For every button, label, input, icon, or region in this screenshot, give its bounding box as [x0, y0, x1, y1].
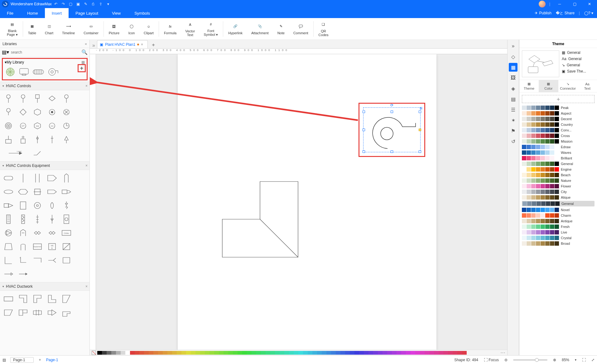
- rail-shuffle-icon[interactable]: ✶: [509, 116, 518, 125]
- undo-icon[interactable]: ↶: [54, 2, 58, 6]
- add-tab-button[interactable]: ＋: [151, 42, 156, 48]
- scheme-antique[interactable]: Antique: [522, 219, 595, 223]
- lshape-drawing[interactable]: [222, 181, 299, 259]
- shape[interactable]: [31, 147, 44, 159]
- shape[interactable]: [17, 306, 30, 319]
- shape[interactable]: [60, 213, 73, 225]
- section-hvac-controls[interactable]: ▾HVAC Controls×: [0, 82, 89, 90]
- scheme-crystal[interactable]: Crystal: [522, 236, 595, 240]
- menu-page-layout[interactable]: Page Layout: [69, 8, 105, 18]
- minimize-button[interactable]: ─: [554, 0, 565, 8]
- color-swatch[interactable]: [392, 351, 397, 355]
- color-swatch[interactable]: [270, 351, 275, 355]
- mylib-shape-coil[interactable]: [33, 69, 44, 75]
- mylib-shape-blower[interactable]: [48, 68, 59, 76]
- ribbon-comment[interactable]: 💬Comment: [289, 20, 313, 38]
- scheme-fresh[interactable]: Fresh: [522, 225, 595, 229]
- color-swatch[interactable]: [294, 351, 298, 355]
- color-swatch[interactable]: [401, 351, 406, 355]
- color-swatch[interactable]: [298, 351, 303, 355]
- color-swatch[interactable]: [415, 351, 420, 355]
- color-swatch[interactable]: [331, 351, 336, 355]
- subtab-connector[interactable]: ↘Connector: [558, 80, 578, 92]
- shape[interactable]: [75, 172, 88, 184]
- scheme-waves[interactable]: Waves: [522, 150, 595, 155]
- zoom-out-button[interactable]: ⊖: [504, 358, 508, 362]
- color-swatch[interactable]: [439, 351, 443, 355]
- shape[interactable]: [17, 213, 30, 225]
- shape[interactable]: [75, 213, 88, 225]
- quick-general-2[interactable]: AaGeneral: [562, 57, 595, 61]
- ribbon-icon[interactable]: ◯Icon: [124, 20, 139, 38]
- shape[interactable]: [17, 106, 30, 118]
- shape[interactable]: [75, 254, 88, 267]
- shape[interactable]: [60, 186, 73, 198]
- scheme-novel[interactable]: Novel: [522, 208, 595, 212]
- color-swatch[interactable]: [139, 351, 144, 355]
- color-swatch[interactable]: [284, 351, 289, 355]
- scheme-atique[interactable]: Atique: [522, 195, 595, 200]
- color-swatch[interactable]: [340, 351, 345, 355]
- ribbon-chart[interactable]: ◫Chart: [41, 20, 58, 38]
- color-swatch[interactable]: [177, 351, 181, 355]
- menu-insert[interactable]: Insert: [45, 8, 69, 18]
- add-scheme-button[interactable]: ＋: [522, 95, 595, 103]
- ribbon-attachment[interactable]: 📎Attachment: [247, 20, 273, 38]
- shape[interactable]: [60, 199, 73, 212]
- shape[interactable]: [17, 172, 30, 184]
- shape[interactable]: [31, 227, 44, 239]
- ribbon-table[interactable]: ▦Table: [24, 20, 41, 38]
- shape[interactable]: [60, 306, 73, 319]
- shape[interactable]: [31, 186, 44, 198]
- color-swatch[interactable]: [247, 351, 252, 355]
- user-avatar[interactable]: [539, 1, 546, 7]
- subtab-theme[interactable]: ▦Theme: [519, 80, 539, 92]
- shape[interactable]: [75, 92, 88, 105]
- color-swatch[interactable]: [158, 351, 163, 355]
- ribbon-font-symbol[interactable]: #Font Symbol ▾: [199, 20, 222, 38]
- shape[interactable]: [46, 199, 59, 212]
- ribbon-note[interactable]: ✎Note: [273, 20, 289, 38]
- shape[interactable]: [17, 227, 30, 239]
- color-swatch[interactable]: [172, 351, 177, 355]
- color-swatch[interactable]: [121, 351, 125, 355]
- quick-general-3[interactable]: ↘General: [562, 63, 595, 67]
- shape[interactable]: [17, 254, 30, 267]
- color-swatch[interactable]: [350, 351, 354, 355]
- color-swatch[interactable]: [209, 351, 214, 355]
- shape[interactable]: [31, 254, 44, 267]
- color-swatch[interactable]: [266, 351, 270, 355]
- shape[interactable]: [60, 172, 73, 184]
- shape[interactable]: [31, 106, 44, 118]
- publish-button[interactable]: ✈ Publish: [535, 11, 551, 15]
- shape[interactable]: [17, 186, 30, 198]
- color-swatch[interactable]: [312, 351, 317, 355]
- quick-general-1[interactable]: ▦General: [562, 50, 595, 55]
- color-swatch[interactable]: [322, 351, 326, 355]
- color-swatch[interactable]: [368, 351, 373, 355]
- shape[interactable]: [75, 227, 88, 239]
- color-swatch[interactable]: [420, 351, 425, 355]
- shape[interactable]: [46, 306, 59, 319]
- zoom-in-button[interactable]: ⊕: [553, 358, 556, 362]
- ribbon-qr[interactable]: ❏QR Codes: [314, 20, 333, 38]
- scheme-broad[interactable]: Broad: [522, 241, 595, 246]
- color-swatch[interactable]: [130, 351, 135, 355]
- scheme-decent[interactable]: Decent: [522, 117, 595, 121]
- color-swatch[interactable]: [383, 351, 387, 355]
- shape[interactable]: [2, 254, 15, 267]
- subtab-text[interactable]: AaText: [578, 80, 597, 92]
- rail-history-icon[interactable]: ↺: [509, 137, 518, 146]
- scheme-peak[interactable]: Peak: [522, 106, 595, 110]
- shape[interactable]: [31, 133, 44, 146]
- shape[interactable]: [17, 133, 30, 146]
- shape[interactable]: VSD: [46, 240, 59, 253]
- library-search-input[interactable]: [11, 50, 79, 54]
- menu-view[interactable]: View: [105, 8, 128, 18]
- scheme-edraw[interactable]: Edraw: [522, 145, 595, 149]
- shape[interactable]: [2, 213, 15, 225]
- color-swatch[interactable]: [219, 351, 224, 355]
- shape[interactable]: [60, 293, 73, 305]
- color-swatch[interactable]: [359, 351, 364, 355]
- rail-expand-icon[interactable]: »: [509, 42, 518, 50]
